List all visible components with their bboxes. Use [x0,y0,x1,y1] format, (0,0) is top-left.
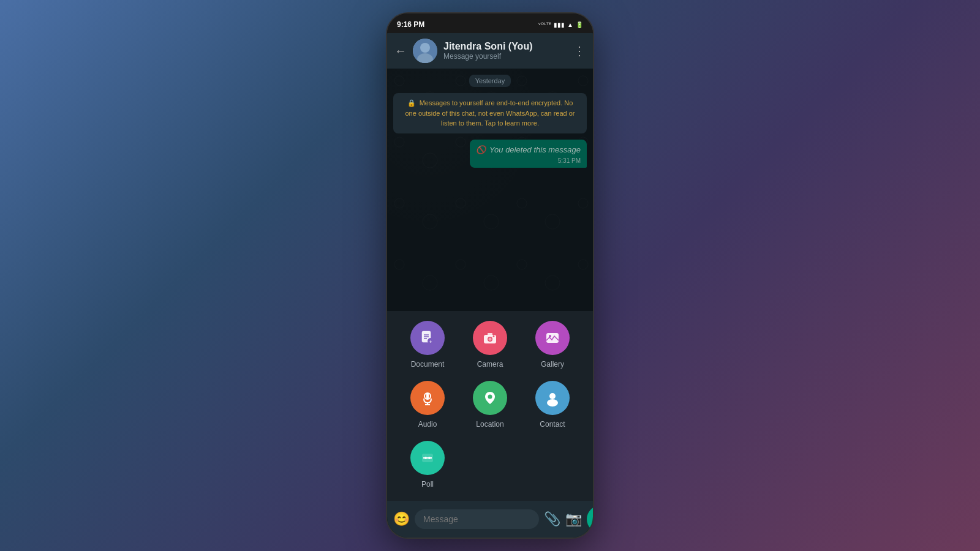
contact-attach-item[interactable]: Contact [524,381,581,429]
header-info: Jitendra Soni (You) Message yourself [443,41,567,61]
svg-rect-13 [488,333,492,335]
poll-label: Poll [421,480,434,489]
chat-area: Yesterday 🔒 Messages to yourself are end… [387,69,593,311]
signal-icon: ▮▮▮ [554,21,565,28]
audio-attach-item[interactable]: Audio [399,381,456,429]
camera-attach-item[interactable]: Camera [462,321,518,369]
system-message[interactable]: 🔒 Messages to yourself are end-to-end en… [393,93,587,133]
svg-rect-18 [426,393,429,399]
location-icon-circle [473,381,507,415]
attachment-menu: + Document Camera [387,311,593,501]
document-icon: + [410,321,445,355]
message-input[interactable] [415,509,539,529]
svg-point-14 [493,335,495,337]
more-options-button[interactable]: ⋮ [573,43,586,58]
battery-icon: 🔋 [576,21,583,28]
back-button[interactable]: ← [394,44,407,58]
svg-point-21 [488,395,492,399]
contact-label: Contact [540,420,565,429]
svg-point-12 [489,338,492,341]
attachment-button[interactable]: 📎 [544,511,560,527]
poll-icon-circle [410,441,445,475]
emoji-button[interactable]: 😊 [393,511,410,527]
status-time: 9:16 PM [397,20,424,29]
bottom-panel: + Document Camera [387,311,593,538]
phone-frame: 9:16 PM ᵛᴼᴸᵀᴱ ▮▮▮ ▲ 🔋 ← Jitendra Soni (Y… [386,12,594,539]
date-badge: Yesterday [469,75,511,87]
svg-text:+: + [429,339,432,345]
location-attach-item[interactable]: Location [462,381,518,429]
location-label: Location [476,420,503,429]
audio-icon-circle [410,381,445,415]
document-attach-item[interactable]: + Document [399,321,456,369]
gallery-attach-item[interactable]: Gallery [524,321,581,369]
contact-icon-circle [535,381,570,415]
audio-label: Audio [418,420,437,429]
poll-attach-item[interactable]: Poll [399,441,456,489]
contact-status: Message yourself [443,52,567,61]
avatar[interactable] [413,39,437,63]
camera-button[interactable]: 📷 [565,511,582,527]
wifi-icon: ▲ [567,21,573,28]
contact-name: Jitendra Soni (You) [443,41,567,52]
gallery-label: Gallery [541,360,564,369]
message-time: 5:31 PM [476,157,581,165]
svg-point-26 [424,457,427,459]
svg-point-23 [547,399,558,407]
camera-label: Camera [477,360,503,369]
deleted-message-content: 🚫 You deleted this message [476,144,581,156]
svg-point-27 [428,457,431,459]
deleted-text: You deleted this message [489,144,581,156]
mic-button[interactable] [587,506,594,533]
deleted-message-bubble: 🚫 You deleted this message 5:31 PM [470,140,587,168]
status-icons: ᵛᴼᴸᵀᴱ ▮▮▮ ▲ 🔋 [538,21,583,28]
input-bar: 😊 📎 📷 [387,501,593,538]
camera-icon-circle [473,321,507,355]
system-message-text: Messages to yourself are end-to-end encr… [405,99,575,127]
document-label: Document [411,360,445,369]
gallery-icon-circle [535,321,570,355]
lock-icon: 🔒 [407,98,416,108]
status-bar: 9:16 PM ᵛᴼᴸᵀᴱ ▮▮▮ ▲ 🔋 [387,13,593,33]
chat-header: ← Jitendra Soni (You) Message yourself ⋮ [387,33,593,69]
svg-point-1 [420,43,430,53]
volte-icon: ᵛᴼᴸᵀᴱ [538,21,551,28]
svg-point-22 [549,393,556,399]
deleted-icon: 🚫 [476,144,486,156]
